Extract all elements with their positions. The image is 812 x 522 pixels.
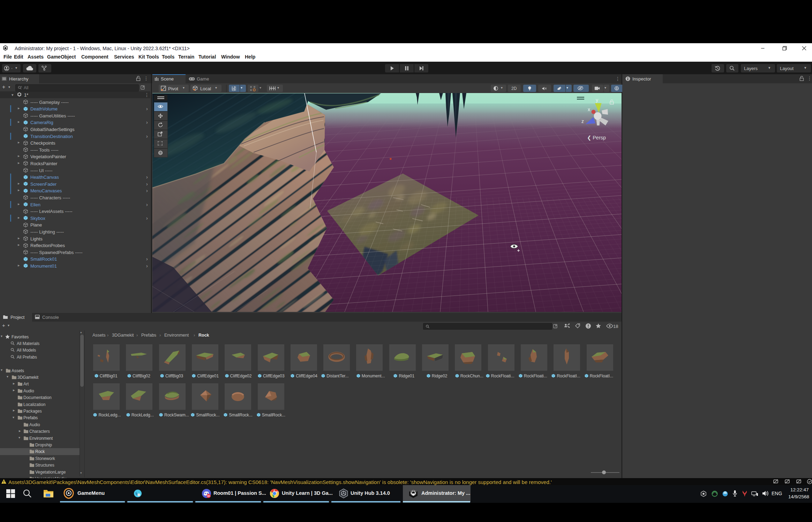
svg-text:y: y [596,97,598,103]
svg-text:z: z [581,118,584,124]
svg-text:9+: 9+ [208,494,211,498]
svg-text:x: x [588,107,590,112]
svg-text:❮ Persp: ❮ Persp [587,135,606,141]
